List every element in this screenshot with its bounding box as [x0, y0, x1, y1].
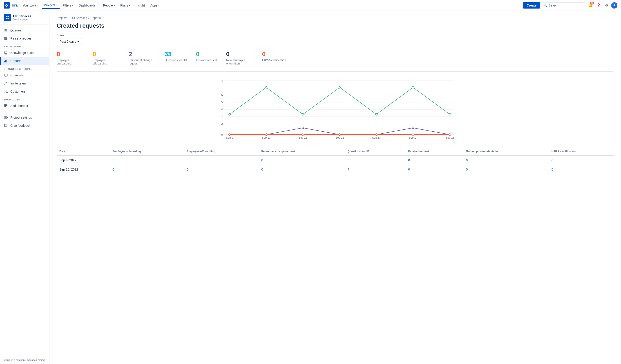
breadcrumb-hr-services[interactable]: HR Services — [71, 16, 87, 19]
nav-projects[interactable]: Projects ▾ — [42, 2, 60, 9]
sidebar-item-customers[interactable]: Customers — [0, 87, 49, 96]
stat-new-employee-orientation[interactable]: 0 New employee orientation — [226, 50, 253, 65]
show-value: Past 7 days — [60, 40, 76, 43]
breadcrumb-projects[interactable]: Projects — [57, 16, 67, 19]
nav-insight[interactable]: Insight — [133, 2, 147, 9]
row-date: Sep 9, 2022 — [57, 155, 110, 165]
settings-button[interactable]: ⚙ — [603, 2, 610, 9]
notification-badge: 9+ — [590, 2, 594, 4]
jira-logo-text: Jira — [11, 3, 17, 7]
svg-point-56 — [265, 134, 267, 135]
svg-text:Sep 10: Sep 10 — [262, 136, 271, 139]
notifications-button[interactable]: 🔔 9+ — [587, 2, 594, 9]
svg-text:Sep 14: Sep 14 — [409, 136, 417, 139]
help-button[interactable]: ❓ — [595, 2, 602, 9]
svg-point-55 — [229, 134, 230, 135]
svg-point-14 — [5, 82, 6, 83]
raise-request-icon — [4, 36, 8, 41]
search-bar[interactable]: 🔍 Search — [541, 2, 586, 8]
col-emailed-request: Emailed request — [406, 148, 463, 155]
svg-text:Sep 13: Sep 13 — [372, 136, 381, 139]
row-onboarding: 0 — [110, 155, 184, 165]
svg-point-43 — [302, 114, 304, 115]
main-content: Projects / HR Services / Reports Created… — [50, 11, 621, 364]
table-header-row: Date Employee onboarding Employee offboa… — [57, 148, 614, 155]
user-avatar[interactable]: A — [611, 2, 617, 9]
svg-text:Sep 15: Sep 15 — [446, 136, 454, 139]
reports-icon — [4, 59, 8, 63]
more-options-button[interactable]: ··· — [606, 22, 614, 29]
svg-text:1: 1 — [221, 130, 223, 132]
sidebar-item-reports[interactable]: Reports — [0, 57, 49, 65]
sidebar-item-add-shortcut[interactable]: Add shortcut — [0, 102, 49, 110]
svg-point-45 — [376, 114, 377, 115]
svg-text:8: 8 — [221, 79, 223, 82]
nav-filters[interactable]: Filters ▾ — [60, 2, 76, 9]
sidebar-navigation: Queues Raise a request KNOWLEDGE Knowled… — [0, 24, 49, 356]
svg-rect-8 — [4, 61, 5, 63]
svg-rect-0 — [6, 16, 7, 17]
svg-rect-4 — [4, 29, 7, 30]
row-offboarding: 0 — [184, 155, 259, 165]
svg-text:Sep 11: Sep 11 — [299, 136, 307, 139]
svg-point-47 — [449, 114, 451, 115]
nav-your-work[interactable]: Your work ▾ — [20, 2, 41, 9]
gear-icon: ⚙ — [605, 3, 608, 7]
sidebar-item-raise-request[interactable]: Raise a request — [0, 34, 49, 42]
stat-questions-hr[interactable]: 33 Questions for HR — [165, 50, 187, 65]
channels-icon — [4, 73, 8, 78]
svg-point-22 — [5, 117, 6, 118]
sidebar-item-project-settings[interactable]: Project settings — [0, 114, 49, 122]
give-feedback-icon — [4, 123, 8, 128]
nav-plans[interactable]: Plans ▾ — [118, 2, 132, 9]
svg-text:7: 7 — [221, 86, 223, 89]
stats-row: 0 Employee onboarding 0 Employee offboar… — [57, 50, 614, 65]
breadcrumb-reports: Reports — [90, 16, 101, 19]
svg-text:Sep 9: Sep 9 — [226, 136, 233, 139]
sidebar-item-give-feedback[interactable]: Give feedback — [0, 122, 49, 130]
nav-dashboards[interactable]: Dashboards ▾ — [76, 2, 100, 9]
chart-container: 8 7 6 5 4 3 2 1 0 — [57, 71, 614, 142]
svg-rect-10 — [6, 60, 7, 63]
svg-text:Sep 12: Sep 12 — [335, 136, 344, 139]
table-row: Sep 10, 2022 0 0 0 7 0 0 0 — [57, 165, 614, 174]
svg-point-50 — [302, 127, 304, 129]
stat-label: New employee orientation — [226, 58, 253, 65]
sidebar-item-queues[interactable]: Queues — [0, 26, 49, 34]
nav-apps[interactable]: Apps ▾ — [148, 2, 162, 9]
svg-rect-20 — [6, 106, 7, 107]
row-offboarding: 0 — [184, 165, 259, 174]
stat-personnel-change[interactable]: 2 Personnel change request — [129, 50, 155, 65]
project-type: Service project — [13, 18, 32, 21]
data-table: Date Employee onboarding Employee offboa… — [57, 148, 614, 174]
sidebar-item-knowledge-base[interactable]: Knowledge base — [0, 49, 49, 57]
stat-label: Employee offboarding — [93, 58, 120, 65]
stat-number: 0 — [262, 50, 286, 58]
sidebar-item-channels[interactable]: Channels — [0, 71, 49, 79]
sidebar: HR Services Service project Queues Raise… — [0, 11, 50, 364]
stat-label: Employee onboarding — [57, 58, 84, 65]
svg-point-46 — [412, 86, 414, 88]
stat-employee-offboarding[interactable]: 0 Employee offboarding — [93, 50, 120, 65]
svg-rect-1 — [8, 16, 9, 17]
stat-label: Questions for HR — [165, 58, 187, 62]
stat-emailed-request[interactable]: 0 Emailed request — [196, 50, 217, 65]
stat-number: 2 — [129, 50, 155, 58]
search-icon: 🔍 — [543, 4, 547, 7]
chevron-down-icon: ▾ — [77, 40, 79, 43]
col-hipaa: HIPAA certification — [549, 148, 614, 155]
chevron-down-icon: ▾ — [158, 4, 159, 6]
create-button[interactable]: Create — [523, 2, 540, 9]
stat-number: 0 — [196, 50, 217, 58]
col-new-employee: New employee orientation — [463, 148, 549, 155]
sidebar-item-invite-team[interactable]: Invite team — [0, 79, 49, 87]
stat-employee-onboarding[interactable]: 0 Employee onboarding — [57, 50, 84, 65]
jira-logo[interactable]: Jira — [4, 2, 17, 9]
show-filter-section: Show Past 7 days ▾ — [57, 34, 614, 45]
stat-hipaa-certification[interactable]: 0 HIPAA certification — [262, 50, 286, 65]
row-hipaa: 0 — [549, 165, 614, 174]
show-label: Show — [57, 34, 614, 37]
sidebar-project-header[interactable]: HR Services Service project — [0, 11, 49, 24]
nav-people[interactable]: People ▾ — [101, 2, 117, 9]
show-dropdown[interactable]: Past 7 days ▾ — [57, 38, 82, 45]
